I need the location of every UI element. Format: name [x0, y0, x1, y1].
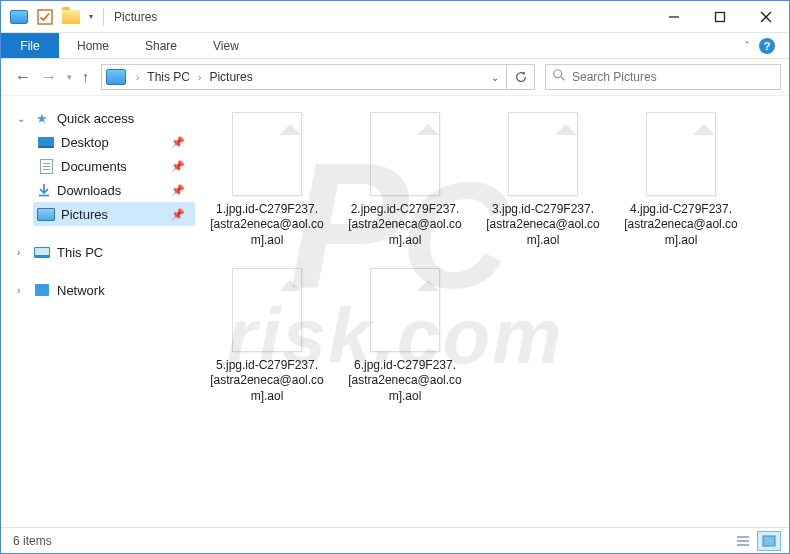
location-icon	[106, 69, 126, 85]
breadcrumb-thispc[interactable]: This PC	[145, 70, 192, 84]
pin-icon: 📌	[171, 184, 185, 197]
chevron-right-icon[interactable]: ›	[192, 72, 207, 83]
file-item[interactable]: 4.jpg.id-C279F237.[astra2eneca@aol.com].…	[625, 112, 737, 248]
file-tab[interactable]: File	[1, 33, 59, 58]
app-icon[interactable]	[7, 6, 31, 28]
svg-point-5	[554, 70, 562, 78]
tab-view[interactable]: View	[195, 33, 257, 58]
content-area[interactable]: 1.jpg.id-C279F237.[astra2eneca@aol.com].…	[201, 96, 789, 527]
sidebar-item-this-pc[interactable]: › This PC	[13, 240, 195, 264]
this-pc-icon	[33, 247, 51, 258]
forward-button[interactable]: →	[41, 68, 57, 86]
explorer-window: ▾ Pictures File Home Share View ˇ ? ← → …	[0, 0, 790, 554]
svg-rect-11	[763, 536, 775, 546]
sidebar-item-downloads[interactable]: Downloads 📌	[33, 178, 195, 202]
ribbon-expand-icon[interactable]: ˇ	[745, 40, 749, 52]
nav-toolbar: ← → ▾ ↑ › This PC › Pictures ⌄	[1, 59, 789, 95]
file-icon	[508, 112, 578, 196]
svg-line-6	[561, 77, 564, 80]
star-icon: ★	[33, 111, 51, 126]
network-icon	[33, 284, 51, 296]
divider	[103, 8, 104, 26]
sidebar-item-label: This PC	[57, 245, 103, 260]
sidebar-item-network[interactable]: › Network	[13, 278, 195, 302]
status-bar: 6 items	[1, 527, 789, 553]
window-title: Pictures	[110, 10, 651, 24]
file-name: 1.jpg.id-C279F237.[astra2eneca@aol.com].…	[208, 202, 326, 248]
close-button[interactable]	[743, 2, 789, 32]
recent-locations-dropdown-icon[interactable]: ▾	[67, 72, 72, 82]
sidebar-item-quick-access[interactable]: ⌄ ★ Quick access	[13, 106, 195, 130]
new-folder-icon[interactable]	[59, 6, 83, 28]
pictures-icon	[37, 208, 55, 221]
sidebar-item-desktop[interactable]: Desktop 📌	[33, 130, 195, 154]
quick-access-toolbar: ▾	[1, 6, 97, 28]
properties-icon[interactable]	[33, 6, 57, 28]
customize-qat-dropdown-icon[interactable]: ▾	[85, 12, 97, 21]
back-button[interactable]: ←	[15, 68, 31, 86]
sidebar-item-label: Documents	[61, 159, 127, 174]
details-view-button[interactable]	[731, 531, 755, 551]
breadcrumb-pictures[interactable]: Pictures	[207, 70, 254, 84]
file-item[interactable]: 5.jpg.id-C279F237.[astra2eneca@aol.com].…	[211, 268, 323, 404]
search-icon	[546, 68, 572, 86]
chevron-right-icon[interactable]: ›	[130, 72, 145, 83]
navigation-pane: ⌄ ★ Quick access Desktop 📌 Documents 📌	[1, 96, 201, 527]
file-name: 3.jpg.id-C279F237.[astra2eneca@aol.com].…	[484, 202, 602, 248]
file-name: 5.jpg.id-C279F237.[astra2eneca@aol.com].…	[208, 358, 326, 404]
sidebar-item-pictures[interactable]: Pictures 📌	[33, 202, 195, 226]
file-item[interactable]: 6.jpg.id-C279F237.[astra2eneca@aol.com].…	[349, 268, 461, 404]
file-item[interactable]: 2.jpeg.id-C279F237.[astra2eneca@aol.com]…	[349, 112, 461, 248]
file-name: 2.jpeg.id-C279F237.[astra2eneca@aol.com]…	[346, 202, 464, 248]
pin-icon: 📌	[171, 208, 185, 221]
file-icon	[370, 268, 440, 352]
file-item[interactable]: 1.jpg.id-C279F237.[astra2eneca@aol.com].…	[211, 112, 323, 248]
tab-home[interactable]: Home	[59, 33, 127, 58]
file-item[interactable]: 3.jpg.id-C279F237.[astra2eneca@aol.com].…	[487, 112, 599, 248]
file-icon	[646, 112, 716, 196]
sidebar-item-label: Desktop	[61, 135, 109, 150]
refresh-button[interactable]	[506, 65, 534, 89]
sidebar-item-documents[interactable]: Documents 📌	[33, 154, 195, 178]
large-icons-view-button[interactable]	[757, 531, 781, 551]
chevron-right-icon[interactable]: ›	[17, 247, 27, 258]
maximize-button[interactable]	[697, 2, 743, 32]
chevron-right-icon[interactable]: ›	[17, 285, 27, 296]
sidebar-item-label: Downloads	[57, 183, 121, 198]
tab-share[interactable]: Share	[127, 33, 195, 58]
desktop-icon	[37, 137, 55, 148]
minimize-button[interactable]	[651, 2, 697, 32]
file-name: 6.jpg.id-C279F237.[astra2eneca@aol.com].…	[346, 358, 464, 404]
help-icon[interactable]: ?	[759, 38, 775, 54]
file-icon	[232, 112, 302, 196]
pin-icon: 📌	[171, 160, 185, 173]
download-icon	[37, 183, 51, 197]
search-input[interactable]	[572, 70, 780, 84]
ribbon-tabs: File Home Share View ˇ ?	[1, 33, 789, 59]
sidebar-item-label: Quick access	[57, 111, 134, 126]
sidebar-item-label: Network	[57, 283, 105, 298]
chevron-down-icon[interactable]: ⌄	[17, 113, 27, 124]
up-button[interactable]: ↑	[82, 69, 89, 85]
document-icon	[37, 159, 55, 174]
title-bar: ▾ Pictures	[1, 1, 789, 33]
file-name: 4.jpg.id-C279F237.[astra2eneca@aol.com].…	[622, 202, 740, 248]
address-history-dropdown-icon[interactable]: ⌄	[484, 72, 506, 83]
file-icon	[370, 112, 440, 196]
address-bar[interactable]: › This PC › Pictures ⌄	[101, 64, 535, 90]
file-icon	[232, 268, 302, 352]
item-count: 6 items	[9, 534, 52, 548]
pin-icon: 📌	[171, 136, 185, 149]
sidebar-item-label: Pictures	[61, 207, 108, 222]
svg-rect-2	[716, 12, 725, 21]
search-box[interactable]	[545, 64, 781, 90]
